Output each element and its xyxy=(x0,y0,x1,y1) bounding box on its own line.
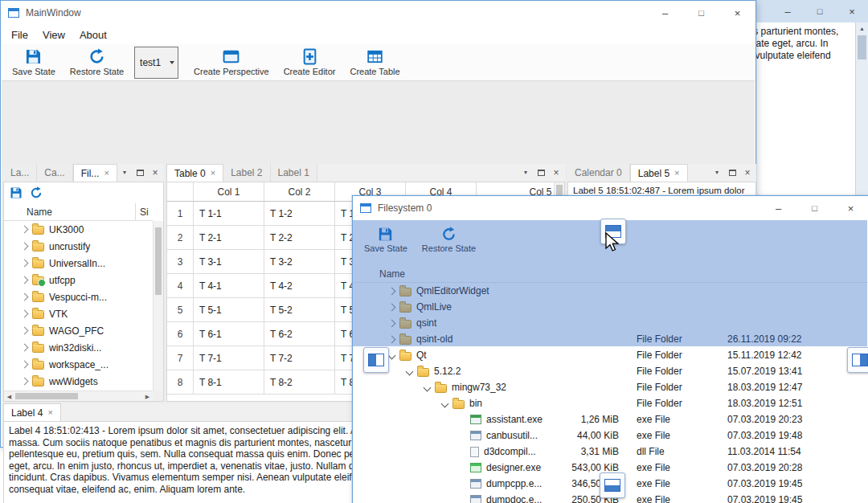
row-header[interactable]: 4 xyxy=(167,274,194,298)
table-cell[interactable]: T 2-2 xyxy=(264,226,335,250)
menu-item-view[interactable]: View xyxy=(35,27,72,43)
tree-item[interactable]: UniversalIn... xyxy=(4,255,153,272)
row-header[interactable]: 5 xyxy=(167,298,194,322)
table-cell[interactable]: T 3-1 xyxy=(194,250,264,274)
chevron-right-icon[interactable] xyxy=(21,243,29,251)
table-cell[interactable]: T 5-2 xyxy=(264,298,335,322)
tab-close-icon[interactable]: × xyxy=(47,408,52,417)
tabs-menu-button[interactable]: ▾ xyxy=(519,166,532,179)
horizontal-scrollbar[interactable]: ◀ ▶ xyxy=(4,391,153,401)
scrollbar-thumb[interactable] xyxy=(15,393,78,399)
scroll-up-icon[interactable]: ▲ xyxy=(856,22,868,34)
tree-item[interactable]: win32diski... xyxy=(4,339,153,356)
create-editor-button[interactable]: Create Editor xyxy=(276,44,343,80)
vertical-scrollbar[interactable] xyxy=(153,221,163,391)
save-state-icon-button[interactable] xyxy=(10,186,23,199)
chevron-right-icon[interactable] xyxy=(21,310,29,318)
column-header[interactable]: Col 2 xyxy=(264,182,335,202)
fs-row[interactable]: canbusutil...44,00 KiBexe File07.03.2019… xyxy=(354,427,868,444)
maximize-button[interactable]: □ xyxy=(804,0,836,22)
close-dock-button[interactable]: × xyxy=(741,166,754,179)
row-header[interactable]: 8 xyxy=(167,370,194,395)
float-dock-button[interactable] xyxy=(133,166,146,179)
menu-item-about[interactable]: About xyxy=(72,27,114,43)
tab-close-icon[interactable]: × xyxy=(104,169,108,178)
dock-indicator-bottom[interactable] xyxy=(600,472,625,498)
chevron-right-icon[interactable] xyxy=(21,344,29,352)
close-dock-button[interactable]: × xyxy=(550,166,563,179)
row-header[interactable]: 2 xyxy=(167,226,194,250)
tree-item[interactable]: VTK xyxy=(4,305,153,322)
tab-label1[interactable]: Label 1 xyxy=(271,164,317,182)
table-cell[interactable]: T 4-2 xyxy=(264,274,335,298)
tab-calendar1[interactable]: Ca... xyxy=(37,164,72,182)
fs-row[interactable]: mingw73_32File Folder18.03.2019 12:47 xyxy=(354,379,868,395)
row-header[interactable]: 7 xyxy=(167,346,194,370)
tree-item[interactable]: wwWidgets xyxy=(4,373,153,390)
tree-item[interactable]: UK3000 xyxy=(4,221,153,238)
tab-close-icon[interactable]: × xyxy=(674,169,679,178)
maximize-button[interactable]: □ xyxy=(796,196,833,220)
scroll-left-icon[interactable]: ◀ xyxy=(4,391,14,402)
minimize-button[interactable]: – xyxy=(647,1,683,25)
fs-row[interactable]: assistant.exe1,26 MiBexe File07.03.2019 … xyxy=(354,411,868,427)
close-dock-button[interactable]: × xyxy=(149,166,162,179)
tab-calendar0[interactable]: Calendar 0 xyxy=(567,164,630,182)
row-header[interactable]: 1 xyxy=(167,202,194,226)
close-button[interactable]: × xyxy=(833,196,868,220)
chevron-right-icon[interactable] xyxy=(21,361,29,369)
table-cell[interactable]: T 3-2 xyxy=(264,250,335,274)
tab-label2[interactable]: Label 2 xyxy=(223,164,270,182)
maximize-button[interactable]: □ xyxy=(683,1,719,25)
table-cell[interactable]: T 8-2 xyxy=(264,370,335,395)
tab-close-icon[interactable]: × xyxy=(211,169,215,178)
close-button[interactable]: × xyxy=(836,0,868,22)
table-cell[interactable]: T 6-1 xyxy=(194,322,264,346)
tree-item[interactable]: Vespucci-m... xyxy=(4,288,153,305)
size-column-header[interactable]: Si xyxy=(136,207,149,218)
tree-item[interactable]: utfcpp xyxy=(4,272,153,288)
float-dock-button[interactable] xyxy=(726,166,739,179)
minimize-button[interactable]: – xyxy=(760,196,796,220)
fs-row[interactable]: binFile Folder18.03.2019 12:51 xyxy=(354,395,868,411)
perspective-combobox[interactable]: test1 xyxy=(134,47,178,79)
save-state-button[interactable]: Save State xyxy=(5,44,63,80)
table-cell[interactable]: T 7-2 xyxy=(264,346,335,370)
dock-indicator-right[interactable] xyxy=(847,347,868,373)
scrollbar-thumb[interactable] xyxy=(858,35,866,59)
tabs-menu-button[interactable]: ▾ xyxy=(118,166,131,179)
tab-label5[interactable]: Label 5× xyxy=(630,164,688,182)
chevron-down-icon[interactable] xyxy=(424,383,432,391)
row-header[interactable]: 3 xyxy=(167,250,194,274)
table-cell[interactable]: T 7-1 xyxy=(194,346,264,370)
chevron-right-icon[interactable] xyxy=(21,327,29,335)
table-cell[interactable]: T 4-1 xyxy=(194,274,264,298)
minimize-button[interactable]: – xyxy=(772,0,804,22)
main-titlebar[interactable]: MainWindow – □ × xyxy=(1,1,755,25)
fs-row[interactable]: 5.12.2File Folder15.07.2019 13:41 xyxy=(354,363,868,379)
chevron-right-icon[interactable] xyxy=(21,293,29,301)
tabs-menu-button[interactable]: ▾ xyxy=(710,166,723,179)
restore-state-button[interactable]: Restore State xyxy=(63,44,131,80)
tree-item[interactable]: WAGO_PFC xyxy=(4,322,153,339)
float-dock-button[interactable] xyxy=(534,166,547,179)
close-button[interactable]: × xyxy=(719,1,755,25)
tree-item[interactable]: uncrustify xyxy=(4,238,153,255)
create-table-button[interactable]: Create Table xyxy=(342,44,407,80)
chevron-right-icon[interactable] xyxy=(21,378,29,386)
dock-indicator-left[interactable] xyxy=(363,347,389,373)
tab-table0[interactable]: Table 0× xyxy=(166,164,223,182)
tab-label0[interactable]: La... xyxy=(3,164,37,182)
chevron-down-icon[interactable] xyxy=(388,351,396,359)
chevron-right-icon[interactable] xyxy=(21,226,29,234)
column-header[interactable]: Col 1 xyxy=(194,182,264,202)
tab-label4[interactable]: Label 4× xyxy=(3,403,61,421)
tree-item[interactable]: workspace_... xyxy=(4,356,153,373)
table-cell[interactable]: T 5-1 xyxy=(194,298,264,322)
table-cell[interactable]: T 6-2 xyxy=(264,322,335,346)
filesystem-titlebar[interactable]: Filesystem 0 – □ × xyxy=(353,196,868,220)
table-cell[interactable]: T 1-1 xyxy=(194,202,264,226)
chevron-right-icon[interactable] xyxy=(21,260,29,268)
scroll-right-icon[interactable]: ▶ xyxy=(142,391,153,402)
row-header[interactable]: 6 xyxy=(167,322,194,346)
